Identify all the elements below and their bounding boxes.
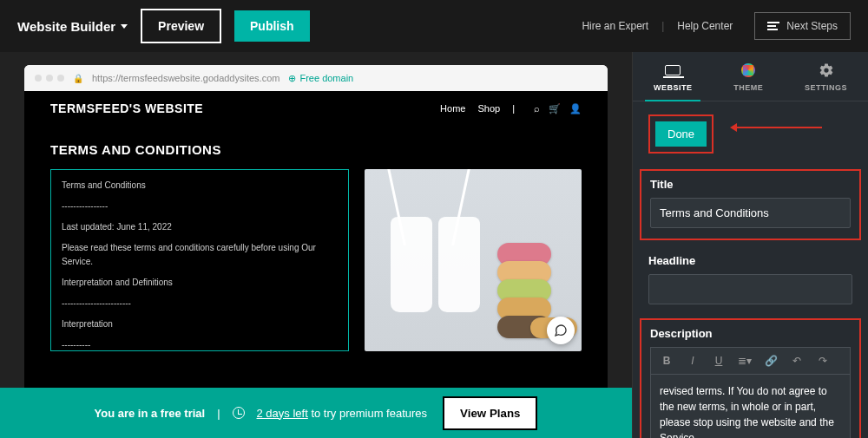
free-domain-link[interactable]: ⊕ Free domain [288, 73, 353, 84]
search-icon[interactable]: ⌕ [534, 103, 540, 114]
publish-button[interactable]: Publish [234, 10, 310, 42]
panel-tabs: WEBSITE THEME SETTINGS [633, 52, 868, 101]
site-preview[interactable]: TERMSFEED'S WEBSITE Home Shop | ⌕ 🛒 👤 TE… [24, 91, 608, 388]
preview-button[interactable]: Preview [141, 9, 221, 43]
description-field-group: Description B I U ≣▾ 🔗 ↶ ↷ revised terms… [640, 318, 861, 438]
done-annotation: Done [648, 114, 852, 154]
description-editor[interactable]: revised terms. If You do not agree to th… [650, 374, 851, 438]
window-dots [35, 75, 64, 82]
user-icon[interactable]: 👤 [569, 103, 582, 114]
nav-shop[interactable]: Shop [477, 103, 500, 114]
list-icon [767, 22, 779, 30]
clock-icon [233, 407, 245, 419]
nav-divider: | [512, 103, 515, 114]
top-bar: Website Builder Preview Publish Hire an … [0, 0, 868, 52]
side-panel: WEBSITE THEME SETTINGS Done Title [632, 52, 868, 438]
headline-input[interactable] [648, 274, 852, 304]
tab-website[interactable]: WEBSITE [645, 62, 701, 101]
description-label: Description [650, 327, 851, 340]
page-heading: TERMS AND CONDITIONS [50, 142, 582, 157]
link-button[interactable]: 🔗 [764, 355, 778, 367]
url-text: https://termsfeedswebsite.godaddysites.c… [92, 73, 279, 83]
headline-label: Headline [648, 254, 852, 267]
undo-button[interactable]: ↶ [790, 355, 804, 367]
headline-field-group: Headline [648, 254, 852, 304]
redo-button[interactable]: ↷ [816, 355, 830, 367]
laptop-icon [665, 65, 681, 75]
browser-frame: 🔒 https://termsfeedswebsite.godaddysites… [24, 65, 608, 388]
title-input[interactable] [650, 198, 851, 228]
list-button[interactable]: ≣▾ [738, 355, 752, 367]
underline-button[interactable]: U [712, 355, 726, 367]
chat-icon[interactable] [547, 317, 575, 344]
tab-settings[interactable]: SETTINGS [796, 62, 856, 101]
panel-body: Done Title Headline Description B I U ≣▾ [633, 101, 868, 438]
gear-icon [818, 62, 835, 78]
url-bar: 🔒 https://termsfeedswebsite.godaddysites… [24, 65, 608, 91]
lock-icon: 🔒 [73, 74, 83, 83]
done-button[interactable]: Done [655, 121, 707, 147]
bold-button[interactable]: B [660, 355, 674, 367]
palette-icon [741, 63, 755, 77]
tab-theme[interactable]: THEME [725, 62, 772, 101]
site-header: TERMSFEED'S WEBSITE Home Shop | ⌕ 🛒 👤 [50, 91, 582, 127]
next-steps-label: Next Steps [786, 20, 838, 32]
italic-button[interactable]: I [686, 355, 700, 367]
title-label: Title [650, 178, 851, 191]
hire-expert-link[interactable]: Hire an Expert [582, 20, 648, 32]
content-row: Terms and Conditions ---------------- La… [50, 169, 582, 351]
cart-icon[interactable]: 🛒 [549, 103, 561, 114]
next-steps-button[interactable]: Next Steps [754, 12, 851, 40]
view-plans-button[interactable]: View Plans [443, 396, 537, 430]
brand-label: Website Builder [17, 19, 115, 34]
canvas-area: 🔒 https://termsfeedswebsite.godaddysites… [0, 52, 632, 438]
nav-home[interactable]: Home [440, 103, 465, 114]
brand-dropdown[interactable]: Website Builder [17, 19, 128, 34]
days-left-link[interactable]: 2 days left [257, 407, 308, 420]
tag-icon: ⊕ [288, 73, 296, 84]
main-area: 🔒 https://termsfeedswebsite.godaddysites… [0, 52, 868, 438]
help-center-link[interactable]: Help Center [677, 20, 733, 32]
site-nav: Home Shop | ⌕ 🛒 👤 [440, 103, 582, 114]
terms-text-block[interactable]: Terms and Conditions ---------------- La… [50, 169, 349, 351]
hero-image[interactable] [365, 169, 582, 351]
chevron-down-icon [121, 24, 128, 29]
arrow-annotation [735, 127, 822, 128]
rte-toolbar: B I U ≣▾ 🔗 ↶ ↷ [650, 347, 851, 374]
title-field-group: Title [640, 169, 861, 240]
top-links: Hire an Expert | Help Center Next Steps [582, 12, 851, 40]
trial-bar: You are in a free trial | 2 days left to… [0, 388, 632, 438]
divider: | [661, 20, 664, 32]
site-title: TERMSFEED'S WEBSITE [50, 101, 203, 115]
